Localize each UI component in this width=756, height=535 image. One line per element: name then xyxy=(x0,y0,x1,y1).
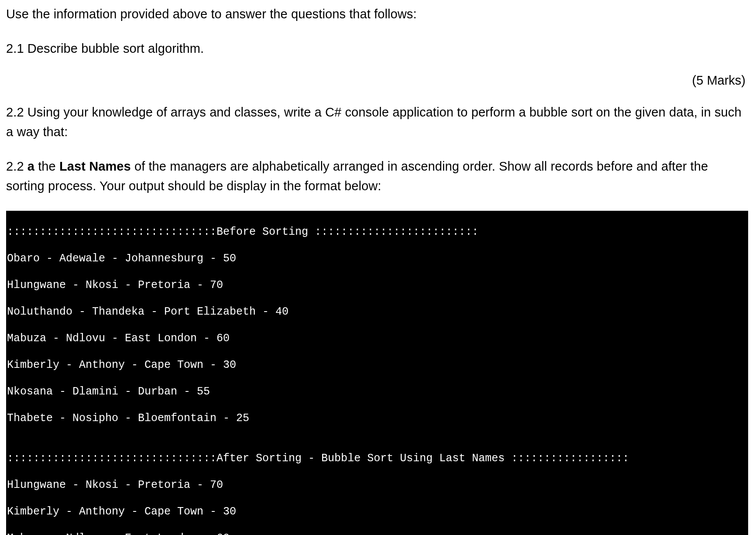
console-after-row: Hlungwane - Nkosi - Pretoria - 70 xyxy=(7,479,747,492)
console-header-after: ::::::::::::::::::::::::::::::::After So… xyxy=(7,452,747,466)
console-after-row: Mabuza - Ndlovu - East London - 60 xyxy=(7,532,747,535)
q22a-lastnames: Last Names xyxy=(59,159,131,173)
marks-2-1: (5 Marks) xyxy=(6,73,746,88)
console-before-row: Noluthando - Thandeka - Port Elizabeth -… xyxy=(7,305,747,319)
console-before-row: Hlungwane - Nkosi - Pretoria - 70 xyxy=(7,279,747,292)
q22a-mid1: the xyxy=(34,159,59,173)
console-before-row: Nkosana - Dlamini - Durban - 55 xyxy=(7,385,747,399)
question-2-1: 2.1 Describe bubble sort algorithm. xyxy=(6,39,750,58)
console-before-row: Obaro - Adewale - Johannesburg - 50 xyxy=(7,252,747,266)
console-header-before: ::::::::::::::::::::::::::::::::Before S… xyxy=(7,226,747,239)
page: Use the information provided above to an… xyxy=(0,0,756,535)
console-before-row: Mabuza - Ndlovu - East London - 60 xyxy=(7,332,747,346)
q22a-letter: a xyxy=(27,159,34,173)
intro-text: Use the information provided above to an… xyxy=(6,4,750,24)
question-2-2-a: 2.2 a the Last Names of the managers are… xyxy=(6,157,750,196)
console-output: ::::::::::::::::::::::::::::::::Before S… xyxy=(6,211,748,535)
q22a-prefix: 2.2 xyxy=(6,159,27,173)
console-after-row: Kimberly - Anthony - Cape Town - 30 xyxy=(7,505,747,519)
question-2-2-intro: 2.2 Using your knowledge of arrays and c… xyxy=(6,103,750,142)
console-before-row: Kimberly - Anthony - Cape Town - 30 xyxy=(7,359,747,372)
console-before-row: Thabete - Nosipho - Bloemfontain - 25 xyxy=(7,412,747,425)
